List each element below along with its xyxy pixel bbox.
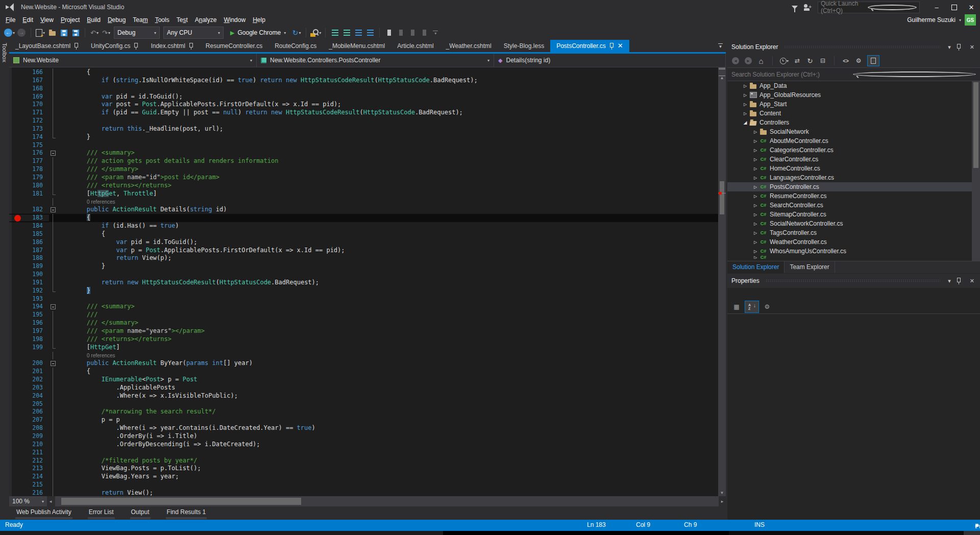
find-in-files-button[interactable]: ▾ [310, 27, 321, 38]
sync-with-active-document-button[interactable]: ⇄ [793, 56, 801, 65]
codelens-text[interactable]: 0 references [57, 352, 718, 360]
glyph-margin[interactable] [9, 432, 22, 441]
tree-item-tagscontroller-cs[interactable]: ▷C#TagsController.cs [727, 228, 972, 237]
tree-item-homecontroller-cs[interactable]: ▷C#HomeController.cs [727, 164, 972, 173]
save-all-button[interactable] [70, 27, 81, 38]
glyph-margin[interactable] [9, 262, 22, 271]
user-dropdown-icon[interactable]: ▾ [959, 18, 961, 22]
menu-file[interactable]: File [2, 15, 19, 25]
menu-team[interactable]: Team [129, 15, 151, 25]
glyph-margin[interactable] [9, 85, 22, 93]
avatar[interactable]: GS [965, 14, 976, 26]
undo-button[interactable]: ↶▾ [89, 27, 100, 38]
expander-collapsed-icon[interactable]: ▷ [752, 176, 759, 180]
tree-item-searchcontroller-cs[interactable]: ▷C#SearchController.cs [727, 201, 972, 210]
increase-indent-button[interactable] [341, 27, 352, 38]
decrease-indent-button[interactable] [330, 27, 340, 38]
expander-collapsed-icon[interactable]: ▷ [752, 139, 759, 143]
fold-marker[interactable] [49, 359, 57, 368]
close-icon[interactable]: ✕ [618, 43, 623, 49]
scroll-down-arrow-icon[interactable]: ▼ [718, 491, 726, 495]
tree-item-resumecontroller-cs[interactable]: ▷C#ResumeController.cs [727, 191, 972, 201]
expander-collapsed-icon[interactable]: ▷ [742, 111, 749, 116]
tree-item-whosamunguscontroller-cs[interactable]: ▷C#WhosAmungUsController.cs [727, 247, 972, 256]
menu-window[interactable]: Window [220, 15, 249, 25]
pending-changes-filter-button[interactable]: ▾ [780, 56, 789, 65]
glyph-margin[interactable] [9, 287, 22, 295]
glyph-margin[interactable] [9, 230, 22, 238]
bottom-tab-output[interactable]: Output [130, 507, 151, 519]
glyph-margin[interactable] [9, 335, 22, 344]
tab--weather-cshtml[interactable]: _Weather.cshtml [440, 40, 498, 52]
preview-selected-items-toggle[interactable] [867, 55, 879, 66]
code-editor[interactable]: 166 {167 if (string.IsNullOrWhiteSpace(i… [9, 67, 726, 496]
tab-postscontroller-cs[interactable]: PostsController.cs✕ [550, 40, 629, 52]
pin-icon[interactable] [609, 43, 614, 50]
glyph-margin[interactable] [9, 182, 22, 190]
uncomment-lines-button[interactable] [365, 27, 375, 38]
expander-collapsed-icon[interactable]: ▷ [752, 166, 759, 171]
glyph-margin[interactable] [9, 457, 22, 465]
glyph-margin[interactable] [9, 384, 22, 392]
glyph-margin[interactable] [9, 238, 22, 247]
tab-unityconfig-cs[interactable]: UnityConfig.cs [85, 40, 144, 52]
menu-view[interactable]: View [37, 15, 57, 25]
editor-vertical-scrollbar[interactable]: ▲ ▼ [718, 67, 726, 496]
expander-collapsed-icon[interactable]: ▷ [752, 240, 759, 245]
tree-item-app-globalresources[interactable]: ▷App_GlobalResources [727, 90, 972, 100]
breadcrumb-class[interactable]: New.Website.Controllers.PostsController▾ [257, 54, 494, 67]
refresh-button[interactable]: ↻ [806, 56, 814, 65]
tab-style-blog-less[interactable]: Style-Blog.less [498, 40, 550, 52]
glyph-margin[interactable] [9, 157, 22, 165]
expander-collapsed-icon[interactable]: ▷ [752, 194, 759, 199]
refresh-browser-button[interactable]: ↻▾ [291, 27, 302, 38]
new-project-button[interactable]: ✦▾ [35, 27, 45, 38]
expander-collapsed-icon[interactable]: ▷ [752, 212, 759, 217]
glyph-margin[interactable] [9, 271, 22, 279]
expander-collapsed-icon[interactable]: ▷ [752, 203, 759, 208]
glyph-margin[interactable] [9, 481, 22, 489]
tree-item-sitemapcontroller-cs[interactable]: ▷C#SitemapController.cs [727, 210, 972, 219]
forward-button[interactable]: ► [744, 56, 752, 65]
expander-collapsed-icon[interactable]: ▷ [752, 256, 759, 259]
tab-article-cshtml[interactable]: Article.cshtml [391, 40, 439, 52]
close-button[interactable]: ✕ [963, 0, 980, 14]
glyph-margin[interactable] [9, 449, 22, 457]
panel-menu-icon[interactable]: ▾ [946, 44, 952, 51]
glyph-margin[interactable] [9, 198, 22, 206]
fold-marker[interactable] [49, 149, 57, 157]
navigate-forward-button[interactable]: → [16, 27, 27, 38]
glyph-margin[interactable] [9, 214, 22, 222]
status-line[interactable]: Ln 183 [587, 521, 606, 528]
glyph-margin[interactable] [9, 303, 22, 311]
glyph-margin[interactable] [9, 295, 22, 303]
menu-debug[interactable]: Debug [104, 15, 129, 25]
scroll-right-arrow-icon[interactable]: ▸ [719, 499, 726, 504]
glyph-margin[interactable] [9, 93, 22, 101]
property-pages-button[interactable]: ⚙ [762, 302, 772, 312]
glyph-margin[interactable] [9, 319, 22, 327]
solution-configuration-select[interactable]: Debug▾ [114, 27, 160, 39]
glyph-margin[interactable] [9, 392, 22, 400]
status-column[interactable]: Col 9 [636, 521, 650, 528]
user-name[interactable]: Guilherme Suzuki [907, 16, 955, 23]
scroll-up-arrow-icon[interactable]: ▲ [718, 76, 726, 80]
menu-analyze[interactable]: Analyze [191, 15, 220, 25]
next-bookmark-button[interactable] [407, 27, 418, 38]
glyph-margin[interactable] [9, 311, 22, 319]
tree-item-postscontroller-cs[interactable]: ▷C#PostsController.cs [727, 182, 972, 191]
pin-icon[interactable] [189, 43, 193, 50]
expander-collapsed-icon[interactable]: ▷ [752, 222, 759, 226]
tree-item-clearcontroller-cs[interactable]: ▷C#ClearController.cs [727, 155, 972, 164]
glyph-margin[interactable] [9, 206, 22, 214]
pin-icon[interactable] [74, 43, 79, 50]
redo-button[interactable]: ↷▾ [101, 27, 111, 38]
breadcrumb-project[interactable]: New.Website▾ [9, 54, 257, 67]
tree-item-content[interactable]: ▷Content [727, 109, 972, 118]
expander-collapsed-icon[interactable]: ▷ [752, 148, 759, 153]
panel-tab-solution-explorer[interactable]: Solution Explorer [727, 261, 785, 273]
glyph-margin[interactable] [9, 101, 22, 109]
restore-button[interactable] [945, 0, 963, 14]
glyph-margin[interactable] [9, 473, 22, 481]
solution-explorer-search-input[interactable]: Search Solution Explorer (Ctrl+;) [727, 68, 980, 81]
